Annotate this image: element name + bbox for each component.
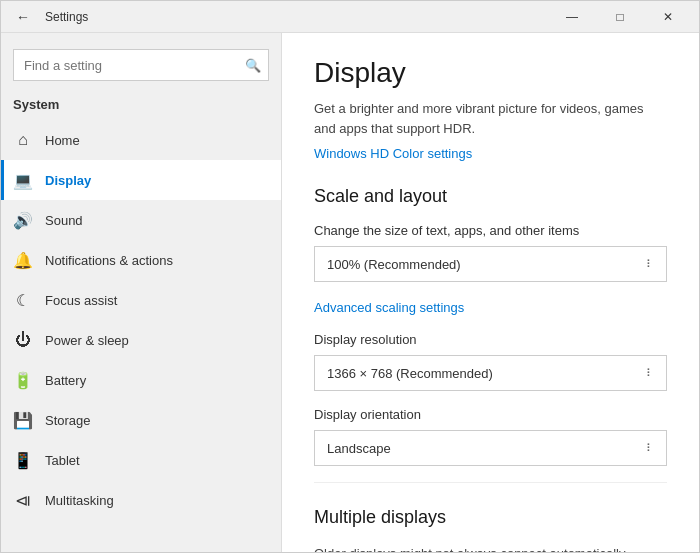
sidebar-item-tablet[interactable]: 📱 Tablet bbox=[1, 440, 281, 480]
sidebar-item-storage[interactable]: 💾 Storage bbox=[1, 400, 281, 440]
search-input[interactable] bbox=[13, 49, 269, 81]
battery-icon: 🔋 bbox=[13, 370, 33, 390]
titlebar-left: ← Settings bbox=[9, 3, 88, 31]
resolution-label: Display resolution bbox=[314, 332, 667, 347]
scale-dropdown-arrow: ⠇ bbox=[646, 258, 654, 271]
search-icon: 🔍 bbox=[245, 58, 261, 73]
maximize-button[interactable]: □ bbox=[597, 1, 643, 33]
sidebar-item-focus-label: Focus assist bbox=[45, 293, 117, 308]
system-label: System bbox=[1, 93, 281, 120]
notifications-icon: 🔔 bbox=[13, 250, 33, 270]
display-icon: 💻 bbox=[13, 170, 33, 190]
resolution-dropdown[interactable]: 1366 × 768 (Recommended) ⠇ bbox=[314, 355, 667, 391]
sidebar-item-multitasking-label: Multitasking bbox=[45, 493, 114, 508]
sidebar-item-home-label: Home bbox=[45, 133, 80, 148]
sidebar-item-battery[interactable]: 🔋 Battery bbox=[1, 360, 281, 400]
section-divider bbox=[314, 482, 667, 483]
sidebar-item-battery-label: Battery bbox=[45, 373, 86, 388]
multiple-displays-desc: Older displays might not always connect … bbox=[314, 544, 667, 552]
main-content: Display Get a brighter and more vibrant … bbox=[281, 33, 699, 552]
sidebar-item-sound-label: Sound bbox=[45, 213, 83, 228]
sidebar-item-power[interactable]: ⏻ Power & sleep bbox=[1, 320, 281, 360]
window-title: Settings bbox=[45, 10, 88, 24]
sidebar-item-notifications[interactable]: 🔔 Notifications & actions bbox=[1, 240, 281, 280]
content-area: 🔍 System ⌂ Home 💻 Display 🔊 Sound 🔔 Noti… bbox=[1, 33, 699, 552]
orientation-label: Display orientation bbox=[314, 407, 667, 422]
scale-label: Change the size of text, apps, and other… bbox=[314, 223, 667, 238]
sidebar-item-multitasking[interactable]: ⧏ Multitasking bbox=[1, 480, 281, 520]
home-icon: ⌂ bbox=[13, 130, 33, 150]
sidebar-item-display[interactable]: 💻 Display bbox=[1, 160, 281, 200]
sidebar-item-power-label: Power & sleep bbox=[45, 333, 129, 348]
close-button[interactable]: ✕ bbox=[645, 1, 691, 33]
titlebar: ← Settings — □ ✕ bbox=[1, 1, 699, 33]
scale-dropdown-value: 100% (Recommended) bbox=[327, 257, 461, 272]
resolution-dropdown-arrow: ⠇ bbox=[646, 367, 654, 380]
page-description: Get a brighter and more vibrant picture … bbox=[314, 99, 667, 138]
back-button[interactable]: ← bbox=[9, 3, 37, 31]
search-container: 🔍 bbox=[13, 49, 269, 81]
orientation-dropdown-value: Landscape bbox=[327, 441, 391, 456]
hdr-link[interactable]: Windows HD Color settings bbox=[314, 146, 472, 161]
focus-icon: ☾ bbox=[13, 290, 33, 310]
multiple-displays-title: Multiple displays bbox=[314, 507, 667, 528]
sidebar-item-storage-label: Storage bbox=[45, 413, 91, 428]
titlebar-controls: — □ ✕ bbox=[549, 1, 691, 33]
storage-icon: 💾 bbox=[13, 410, 33, 430]
multitasking-icon: ⧏ bbox=[13, 490, 33, 510]
page-title: Display bbox=[314, 57, 667, 89]
tablet-icon: 📱 bbox=[13, 450, 33, 470]
sidebar-item-sound[interactable]: 🔊 Sound bbox=[1, 200, 281, 240]
sidebar-item-tablet-label: Tablet bbox=[45, 453, 80, 468]
scale-section-title: Scale and layout bbox=[314, 186, 667, 207]
scale-dropdown[interactable]: 100% (Recommended) ⠇ bbox=[314, 246, 667, 282]
orientation-dropdown-arrow: ⠇ bbox=[646, 442, 654, 455]
sidebar-item-home[interactable]: ⌂ Home bbox=[1, 120, 281, 160]
minimize-button[interactable]: — bbox=[549, 1, 595, 33]
resolution-dropdown-value: 1366 × 768 (Recommended) bbox=[327, 366, 493, 381]
sidebar: 🔍 System ⌂ Home 💻 Display 🔊 Sound 🔔 Noti… bbox=[1, 33, 281, 552]
power-icon: ⏻ bbox=[13, 330, 33, 350]
sidebar-item-notifications-label: Notifications & actions bbox=[45, 253, 173, 268]
sidebar-item-focus[interactable]: ☾ Focus assist bbox=[1, 280, 281, 320]
orientation-dropdown[interactable]: Landscape ⠇ bbox=[314, 430, 667, 466]
sound-icon: 🔊 bbox=[13, 210, 33, 230]
settings-window: ← Settings — □ ✕ 🔍 System ⌂ Home 💻 Displ… bbox=[0, 0, 700, 553]
sidebar-item-display-label: Display bbox=[45, 173, 91, 188]
advanced-scaling-link[interactable]: Advanced scaling settings bbox=[314, 300, 464, 315]
